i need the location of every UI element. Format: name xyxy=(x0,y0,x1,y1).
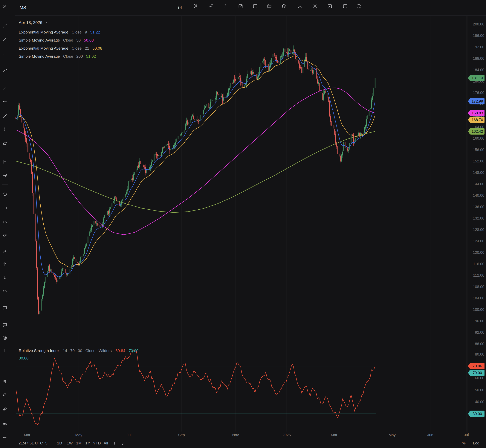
layout-icon[interactable] xyxy=(252,3,259,10)
axis-price-tag: 168.70 xyxy=(470,117,485,123)
import-icon[interactable] xyxy=(326,3,333,10)
layers-icon[interactable] xyxy=(280,3,287,10)
legend-date-row[interactable]: Apr 13, 2026 xyxy=(19,19,102,27)
range-button-1d[interactable]: 1D xyxy=(57,438,62,448)
arrow-down-icon[interactable] xyxy=(1,274,8,281)
candles-icon[interactable] xyxy=(192,3,199,10)
compare-plus-icon[interactable] xyxy=(207,3,214,10)
price-label-icon[interactable] xyxy=(1,172,8,179)
price-tick-label: 184.00 xyxy=(473,68,484,72)
rsi-value: 69.84 xyxy=(115,348,125,353)
ray-icon[interactable] xyxy=(1,36,8,43)
price-tick-label: 152.00 xyxy=(473,159,484,163)
indicator-legend-row[interactable]: Exponential Moving AverageClose951.22 xyxy=(19,28,102,36)
rsi-param: 14 xyxy=(63,348,67,353)
horizontal-line-icon[interactable] xyxy=(1,51,8,58)
time-axis-label: Nov xyxy=(232,433,239,437)
rsi-tick-label: 60.00 xyxy=(475,376,484,380)
percent-scale-button[interactable]: % xyxy=(462,438,466,448)
rsi-legend[interactable]: Relative Strength Index147030CloseWilder… xyxy=(19,347,138,362)
indicator-length: 21 xyxy=(85,46,89,50)
export-icon[interactable] xyxy=(342,3,349,10)
comment-icon[interactable] xyxy=(1,321,8,328)
indicator-length: 9 xyxy=(85,30,87,34)
axis-price-tag: 70.06 xyxy=(470,363,485,369)
log-scale-button[interactable]: Log xyxy=(473,438,479,448)
rsi-upper-band-value: 70.00 xyxy=(129,348,139,353)
indicator-length: 200 xyxy=(76,54,83,59)
extended-line-icon[interactable] xyxy=(1,112,8,120)
zigzag-icon[interactable] xyxy=(1,248,8,255)
arrow-up-icon[interactable] xyxy=(1,261,8,268)
vertical-line-icon[interactable] xyxy=(1,126,8,133)
chevron-up-icon xyxy=(45,21,48,24)
link-icon[interactable] xyxy=(1,406,8,413)
function-icon[interactable] xyxy=(222,3,229,10)
indicator-name: Simple Moving Average xyxy=(19,54,60,59)
brush-icon[interactable] xyxy=(1,391,8,398)
trend-line-icon[interactable] xyxy=(1,22,8,29)
time-axis-label: Sep xyxy=(178,433,185,437)
range-button-1m[interactable]: 1M xyxy=(76,438,82,448)
flag-icon[interactable] xyxy=(1,158,8,165)
axis-price-tag: 30.00 xyxy=(470,411,485,417)
emoji-icon[interactable] xyxy=(1,334,8,341)
download-icon[interactable] xyxy=(297,3,304,10)
range-button-all[interactable]: All xyxy=(104,438,108,448)
text-icon[interactable] xyxy=(1,347,8,354)
indicator-value: 51.02 xyxy=(86,54,96,59)
chart-canvas[interactable]: MarMayJulSepNov2026MarMayJunJul88.0092.0… xyxy=(0,0,486,448)
toolbar-divider xyxy=(2,299,8,299)
timeframe-button[interactable]: 1d xyxy=(177,0,182,16)
arc-icon[interactable] xyxy=(1,287,8,294)
price-tick-label: 124.00 xyxy=(473,239,484,243)
rsi-tick-label: 40.00 xyxy=(475,400,484,404)
range-button-1w[interactable]: 1W xyxy=(67,438,73,448)
eye-icon[interactable] xyxy=(1,421,8,428)
settings-icon[interactable] xyxy=(312,3,319,10)
time-axis-label: Jul xyxy=(127,433,132,437)
parallel-channel-icon[interactable] xyxy=(1,67,8,74)
rsi-param: 70 xyxy=(70,348,75,353)
snapshot-icon[interactable] xyxy=(237,3,244,10)
clock-label[interactable]: 21:47:51 UTC−5 xyxy=(18,438,47,448)
indicator-length: 50 xyxy=(76,38,81,42)
chevrons-right-icon[interactable] xyxy=(1,3,8,10)
indicator-legend-row[interactable]: Exponential Moving AverageClose2150.08 xyxy=(19,44,102,52)
range-button-1y[interactable]: 1Y xyxy=(85,438,90,448)
indicator-name: Exponential Moving Average xyxy=(19,30,69,34)
indicator-legend-row[interactable]: Simple Moving AverageClose5050.68 xyxy=(19,36,102,44)
horizontal-ray-icon[interactable] xyxy=(1,98,8,105)
moving-average-lines xyxy=(16,52,375,277)
chart-legend: Apr 13, 2026 Exponential Moving AverageC… xyxy=(19,19,102,60)
ellipse-icon[interactable] xyxy=(1,191,8,198)
freeform-icon[interactable] xyxy=(1,232,8,239)
symbol-search-button[interactable]: MS xyxy=(15,0,52,16)
rsi-param: 30 xyxy=(78,348,82,353)
range-button-ytd[interactable]: YTD xyxy=(93,438,101,448)
price-tick-label: 116.00 xyxy=(473,262,484,266)
callout-icon[interactable] xyxy=(1,304,8,311)
axis-price-tag: 181.14 xyxy=(470,75,485,81)
time-axis-label: Jun xyxy=(427,433,433,437)
price-tick-label: 88.00 xyxy=(475,342,484,346)
refresh-icon[interactable] xyxy=(355,3,362,10)
magnet-icon[interactable] xyxy=(1,379,8,386)
curve-icon[interactable] xyxy=(1,218,8,225)
indicator-legend-row[interactable]: Simple Moving AverageClose20051.02 xyxy=(19,52,102,60)
rectangle-icon[interactable] xyxy=(1,205,8,212)
axis-price-tag: 70.00 xyxy=(470,370,485,376)
indicator-value: 50.08 xyxy=(92,46,102,50)
time-axis-label: 2026 xyxy=(282,433,291,437)
arrow-up-right-icon[interactable] xyxy=(1,85,8,92)
time-axis-label: Mar xyxy=(24,433,31,437)
rsi-legend-line1: Relative Strength Index147030CloseWilder… xyxy=(19,347,138,354)
price-tick-label: 140.00 xyxy=(473,193,484,197)
candlestick-series xyxy=(16,45,376,315)
price-tick-label: 120.00 xyxy=(473,250,484,255)
plus-icon[interactable] xyxy=(112,441,117,446)
ema9-line xyxy=(16,52,375,277)
parallelogram-icon[interactable] xyxy=(1,140,8,147)
pencil-icon[interactable] xyxy=(122,441,126,446)
folder-icon[interactable] xyxy=(266,3,273,10)
